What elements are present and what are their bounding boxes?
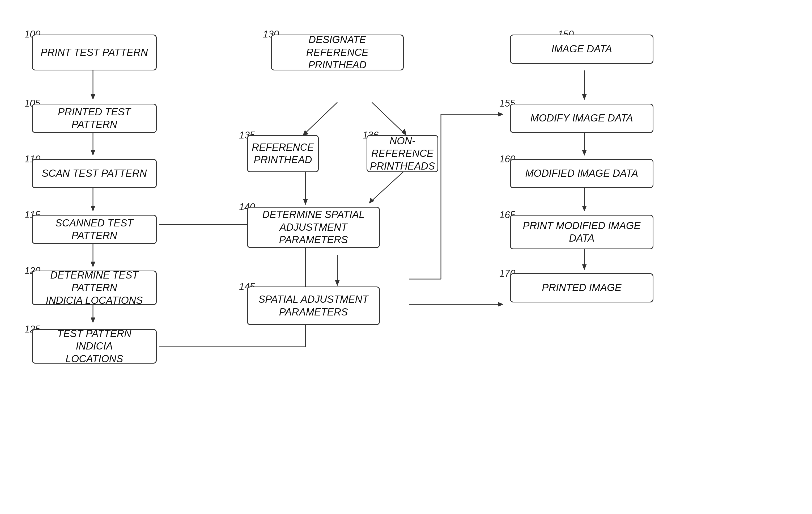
node-scanned-test-pattern: SCANNED TEST PATTERN xyxy=(32,215,157,244)
node-modify-image-data: MODIFY IMAGE DATA xyxy=(510,104,654,133)
svg-marker-7 xyxy=(91,262,95,267)
node-printed-test-pattern: PRINTED TEST PATTERN xyxy=(32,104,157,133)
svg-marker-28 xyxy=(582,94,586,100)
svg-marker-20 xyxy=(303,199,308,205)
arrows-svg xyxy=(0,0,812,514)
node-determine-spatial: DETERMINE SPATIALADJUSTMENT PARAMETERS xyxy=(247,207,380,248)
node-determine-test-pattern: DETERMINE TEST PATTERNINDICIA LOCATIONS xyxy=(32,271,157,305)
svg-line-21 xyxy=(372,171,404,201)
svg-line-17 xyxy=(372,102,404,133)
node-image-data: IMAGE DATA xyxy=(510,34,654,64)
svg-marker-22 xyxy=(369,198,374,203)
node-reference-printhead: REFERENCEPRINTHEAD xyxy=(247,135,319,172)
svg-marker-16 xyxy=(303,130,309,136)
node-test-pattern-indicia: TEST PATTERN INDICIALOCATIONS xyxy=(32,329,157,363)
svg-marker-30 xyxy=(582,150,586,156)
node-designate-reference: DESIGNATE REFERENCEPRINTHEAD xyxy=(271,34,404,71)
svg-marker-3 xyxy=(91,150,95,156)
svg-marker-34 xyxy=(582,265,586,270)
node-scan-test-pattern: SCAN TEST PATTERN xyxy=(32,159,157,188)
svg-marker-32 xyxy=(582,206,586,211)
svg-marker-24 xyxy=(335,280,340,286)
node-spatial-adjustment: SPATIAL ADJUSTMENTPARAMETERS xyxy=(247,287,380,325)
svg-marker-26 xyxy=(498,302,503,306)
svg-marker-9 xyxy=(91,318,95,323)
node-non-reference-printheads: NON-REFERENCEPRINTHEADS xyxy=(367,135,438,172)
node-printed-image: PRINTED IMAGE xyxy=(510,273,654,302)
svg-marker-38 xyxy=(498,112,503,116)
node-print-test-pattern: PRINT TEST PATTERN xyxy=(32,34,157,71)
svg-marker-5 xyxy=(91,206,95,211)
svg-marker-1 xyxy=(91,94,95,100)
node-print-modified-image-data: PRINT MODIFIED IMAGEDATA xyxy=(510,215,654,249)
node-modified-image-data: MODIFIED IMAGE DATA xyxy=(510,159,654,188)
svg-line-15 xyxy=(306,102,337,133)
